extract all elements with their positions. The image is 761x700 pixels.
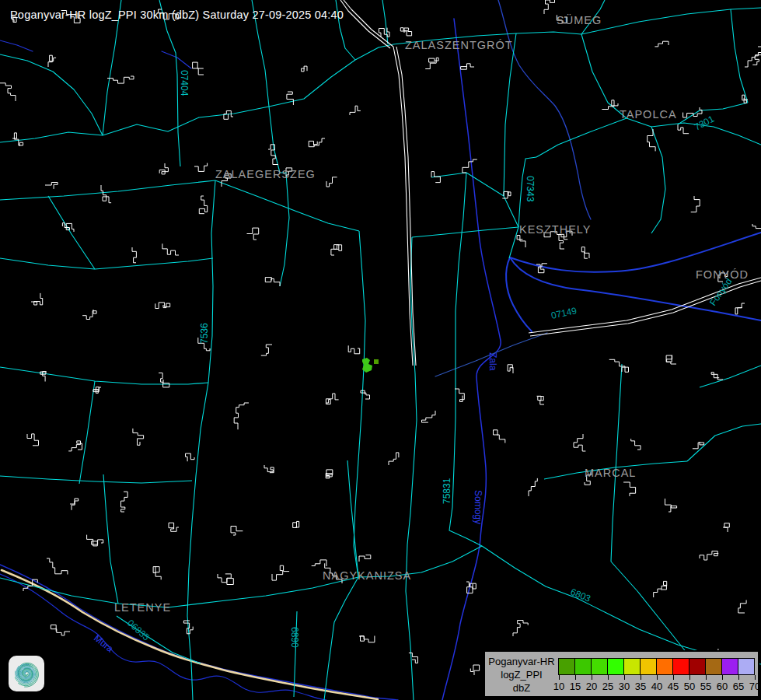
settlement-outline	[326, 394, 338, 404]
legend-tick-label: 70	[745, 681, 761, 692]
settlement-outline	[45, 183, 58, 189]
settlement-outline	[293, 521, 299, 527]
settlement-outline	[502, 191, 511, 198]
settlement-outline	[409, 653, 418, 663]
road-line	[581, 8, 761, 34]
settlement-outline	[153, 566, 161, 579]
road-line	[536, 118, 627, 157]
road-label: 6803	[569, 586, 592, 604]
legend-tickmark	[608, 675, 609, 680]
settlement-outline	[738, 600, 746, 614]
legend-title-line: Poganyvar-HR	[485, 655, 558, 668]
road-line	[0, 476, 192, 483]
settlement-outline	[466, 582, 476, 593]
road-label: Somogy	[473, 490, 483, 524]
road-line	[509, 227, 518, 258]
road-label: Zala	[487, 352, 498, 371]
settlement-outline	[517, 236, 525, 248]
city-label: LETENYE	[114, 601, 171, 614]
settlement-outline	[82, 310, 96, 320]
settlement-outline	[529, 478, 537, 496]
settlement-outline	[169, 523, 179, 531]
legend-tickmark	[575, 675, 576, 680]
road-line	[449, 418, 482, 546]
settlement-outline	[159, 373, 169, 387]
settlement-outline	[93, 387, 101, 394]
legend-color-cell	[689, 658, 705, 675]
legend-tickmark	[689, 675, 690, 680]
settlement-outline	[537, 396, 545, 404]
settlement-outline	[379, 28, 389, 37]
settlement-outline	[654, 581, 667, 597]
settlement-outline	[461, 64, 474, 69]
settlement-outline	[312, 560, 326, 566]
settlement-outline	[265, 278, 280, 286]
settlement-outline	[359, 636, 375, 642]
radar-map: 0740475360734375831689006835680373010714…	[0, 0, 761, 700]
settlement-outline	[12, 133, 23, 146]
settlement-outline	[752, 47, 761, 65]
legend-tickmark	[673, 675, 674, 680]
settlement-outline	[68, 441, 82, 451]
settlement-outline	[261, 345, 272, 355]
settlements-layer	[0, 0, 761, 697]
legend-tickmark	[559, 675, 560, 680]
road-label: 07149	[550, 305, 578, 321]
settlement-outline	[162, 243, 179, 255]
city-label: ZALAEGERSZEG	[215, 168, 316, 180]
road-line	[0, 367, 208, 384]
roads-layer	[0, 0, 761, 700]
settlement-outline	[544, 0, 560, 14]
settlement-outline	[623, 482, 636, 496]
legend-color-cell	[574, 658, 591, 675]
road-line	[324, 577, 358, 700]
road-line	[382, 0, 388, 44]
legend-color-bar	[558, 658, 755, 675]
settlement-outline	[31, 293, 43, 305]
settlement-outline	[678, 124, 689, 134]
dbz-color-legend: Poganyvar-HRlogZ_PPIdbZ 1015202530354045…	[483, 650, 759, 698]
settlement-outline	[425, 58, 438, 68]
settlement-outline	[193, 62, 204, 75]
settlement-outline	[51, 625, 70, 635]
legend-tickmark	[592, 675, 592, 680]
settlement-outline	[62, 223, 74, 232]
legend-color-cell	[721, 658, 738, 675]
settlement-outline	[711, 373, 723, 380]
settlement-outline	[194, 163, 208, 172]
settlement-outline	[723, 523, 729, 532]
road-label: 07343	[525, 176, 536, 202]
road-line	[269, 107, 286, 173]
legend-color-cell	[705, 658, 721, 675]
settlement-outline	[132, 247, 136, 263]
settlement-outline	[287, 92, 294, 105]
legend-color-cell	[607, 658, 623, 675]
settlement-outline	[309, 138, 325, 147]
city-label: MARCAL	[585, 467, 636, 479]
road-label: Fonyód	[707, 276, 734, 308]
settlement-outline	[513, 621, 528, 637]
settlement-outline	[494, 430, 505, 443]
road-label: 75831	[442, 478, 452, 504]
legend-color-cell	[640, 658, 656, 675]
settlement-outline	[326, 177, 337, 187]
settlement-outline	[107, 76, 134, 83]
settlement-outline	[648, 129, 655, 151]
city-label: FONYÓD	[696, 268, 749, 281]
city-label: ZALASZENTGRÓT	[405, 39, 513, 51]
road-line	[406, 544, 414, 700]
settlement-outline	[455, 389, 464, 402]
settlement-outline	[508, 365, 513, 373]
settlement-outline	[400, 28, 411, 36]
rivers-layer	[0, 0, 761, 700]
radar-echo-layer	[362, 358, 379, 373]
river-line	[498, 0, 591, 219]
settlement-outline	[463, 159, 477, 173]
settlement-outline	[218, 574, 233, 585]
road-line	[731, 9, 748, 103]
road-line	[611, 364, 622, 562]
legend-color-cell	[558, 658, 574, 675]
settlement-outline	[331, 245, 342, 255]
settlement-outline	[422, 411, 436, 422]
settlement-outline	[247, 228, 259, 240]
